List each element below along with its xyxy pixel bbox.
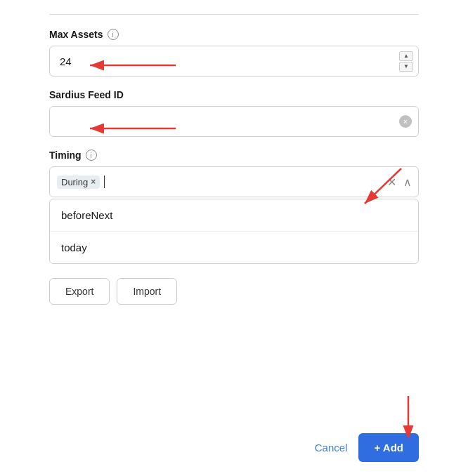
timing-clear-icon[interactable]: ✕ bbox=[387, 176, 396, 189]
sardius-feed-id-field: Sardius Feed ID × bbox=[49, 89, 419, 137]
sardius-feed-id-clear-icon[interactable]: × bbox=[399, 115, 412, 128]
timing-label: Timing i bbox=[49, 150, 419, 161]
sardius-feed-id-input[interactable] bbox=[49, 106, 419, 137]
timing-field: Timing i During × ✕ ∧ beforeNext bbox=[49, 150, 419, 264]
max-assets-info-icon[interactable]: i bbox=[108, 29, 119, 40]
timing-controls: ✕ ∧ bbox=[387, 176, 412, 189]
top-divider bbox=[49, 14, 419, 15]
export-button[interactable]: Export bbox=[49, 278, 110, 305]
sardius-feed-id-wrapper: × bbox=[49, 106, 419, 137]
max-assets-field: Max Assets i ▲ ▼ bbox=[49, 29, 419, 77]
dropdown-item-today[interactable]: today bbox=[50, 232, 418, 263]
sardius-feed-id-label: Sardius Feed ID bbox=[49, 89, 419, 100]
max-assets-increment[interactable]: ▲ bbox=[399, 51, 413, 61]
timing-info-icon[interactable]: i bbox=[86, 150, 97, 161]
max-assets-spinner: ▲ ▼ bbox=[399, 51, 413, 72]
dropdown-item-beforenext[interactable]: beforeNext bbox=[50, 199, 418, 232]
max-assets-input-wrapper: ▲ ▼ bbox=[49, 46, 419, 77]
timing-tag-during: During × bbox=[57, 176, 100, 189]
timing-collapse-icon[interactable]: ∧ bbox=[403, 176, 412, 189]
page-container: Max Assets i ▲ ▼ Sardius Feed ID × Timin bbox=[0, 0, 468, 476]
timing-tag-remove[interactable]: × bbox=[91, 177, 96, 187]
cancel-button[interactable]: Cancel bbox=[315, 442, 348, 454]
multiselect-cursor bbox=[104, 176, 105, 188]
action-row: Export Import bbox=[49, 278, 419, 305]
timing-multiselect-wrapper: During × ✕ ∧ bbox=[49, 166, 419, 197]
max-assets-decrement[interactable]: ▼ bbox=[399, 62, 413, 72]
timing-multiselect-input[interactable]: During × bbox=[49, 166, 419, 197]
footer-row: Cancel + Add bbox=[315, 433, 419, 462]
add-button[interactable]: + Add bbox=[358, 433, 419, 462]
timing-dropdown: beforeNext today bbox=[49, 199, 419, 264]
max-assets-label: Max Assets i bbox=[49, 29, 419, 40]
max-assets-input[interactable] bbox=[49, 46, 419, 77]
import-button[interactable]: Import bbox=[117, 278, 177, 305]
